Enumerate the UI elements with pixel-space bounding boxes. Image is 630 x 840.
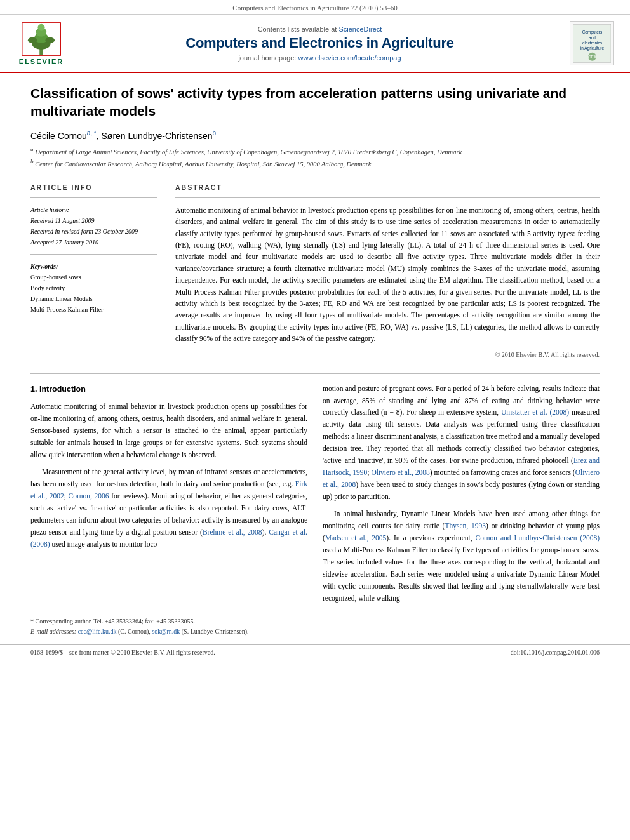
keywords-label: Keywords: (30, 263, 58, 270)
abstract-heading: ABSTRACT (175, 183, 600, 191)
elsevier-tree-icon (19, 22, 64, 57)
copyright-line: © 2010 Elsevier B.V. All rights reserved… (175, 351, 600, 358)
info-divider (30, 197, 158, 198)
article-right-col: motion and posture of pregnant cows. For… (323, 383, 600, 610)
keywords-divider (30, 254, 158, 255)
article-history: Article history: Received 11 August 2009… (30, 204, 158, 248)
brehme-link[interactable]: Brehme et al., 2008 (203, 528, 262, 536)
cornou-lundbye-link[interactable]: Cornou and Lundbye-Christensen (2008) (476, 534, 600, 542)
main-divider (30, 373, 600, 374)
journal-header: ELSEVIER Contents lists available at Sci… (0, 15, 630, 73)
issn-text: 0168-1699/$ – see front matter © 2010 El… (30, 649, 215, 656)
article-info-col: ARTICLE INFO Article history: Received 1… (30, 183, 158, 358)
history-heading: Article history: (30, 204, 158, 215)
intro-section-title: 1. Introduction (30, 383, 307, 396)
email2-link[interactable]: sok@rn.dk (152, 628, 180, 635)
journal-logo-svg: Computers and electronics in Agriculture… (573, 23, 611, 64)
thysen-link[interactable]: Thysen, 1993 (445, 522, 486, 530)
intro-para2: Measurement of the general activity leve… (30, 466, 307, 550)
affiliations: a Department of Large Animal Sciences, F… (30, 145, 600, 169)
article-info-heading: ARTICLE INFO (30, 183, 158, 191)
svg-text:in Agriculture: in Agriculture (580, 46, 605, 51)
header-divider (30, 177, 600, 177)
author2-sup: b (213, 130, 217, 137)
svg-point-6 (45, 37, 55, 43)
authors-line: Cécile Cornoua, *, Søren Lundbye-Christe… (30, 130, 600, 141)
svg-point-5 (28, 37, 37, 43)
journal-homepage-link[interactable]: www.elsevier.com/locate/compag (298, 54, 401, 62)
article-left-col: 1. Introduction Automatic monitoring of … (30, 383, 307, 610)
accepted-date: Accepted 27 January 2010 (30, 237, 158, 248)
cornou-link[interactable]: Cornou, 2006 (69, 492, 109, 500)
keyword4: Multi-Process Kalman Filter (30, 306, 103, 313)
email1-link[interactable]: cec@life.ku.dk (78, 628, 117, 635)
affil2-text: Center for Cardiovascular Research, Aalb… (35, 160, 371, 167)
article-info-abstract: ARTICLE INFO Article history: Received 1… (30, 183, 600, 358)
abstract-text: Automatic monitoring of animal behavior … (175, 204, 600, 345)
madsen-link[interactable]: Madsen et al., 2005 (325, 534, 387, 542)
author1-name: Cécile Cornou (30, 130, 87, 140)
received-date: Received 11 August 2009 (30, 215, 158, 226)
journal-logo-image: Computers and electronics in Agriculture… (570, 21, 614, 65)
affil1-text: Department of Large Animal Sciences, Fac… (35, 149, 462, 156)
keyword1: Group-housed sows (30, 274, 81, 281)
footer-section: 0168-1699/$ – see front matter © 2010 El… (0, 644, 630, 656)
svg-text:electronics: electronics (582, 40, 602, 44)
keyword3: Dynamic Linear Models (30, 295, 93, 302)
intro-para3: motion and posture of pregnant cows. For… (323, 383, 600, 503)
doi-text: doi:10.1016/j.compag.2010.01.006 (511, 649, 600, 656)
erez-link[interactable]: Erez and Hartsock, 1990 (323, 457, 600, 476)
right-logo-area: Computers and electronics in Agriculture… (570, 21, 617, 65)
revised-date: Received in revised form 23 October 2009 (30, 226, 158, 237)
keyword2: Body activity (30, 284, 65, 291)
journal-title: Computers and Electronics in Agriculture (77, 35, 562, 51)
abstract-col: ABSTRACT Automatic monitoring of animal … (175, 183, 600, 358)
footnotes-section: * Corresponding author. Tel. +45 3533336… (0, 610, 630, 639)
intro-para4: In animal husbandry, Dynamic Linear Mode… (323, 508, 600, 604)
author1-sup: a, * (87, 130, 97, 137)
elsevier-brand-text: ELSEVIER (19, 58, 64, 65)
affil1-sup: a (30, 146, 34, 152)
umstatter-link[interactable]: Umstätter et al. (2008) (501, 408, 569, 416)
article-title: Classification of sows' activity types f… (30, 84, 600, 121)
cangar-link[interactable]: Cangar et al. (2008) (30, 528, 307, 548)
article-body: Classification of sows' activity types f… (0, 73, 630, 371)
abstract-divider (175, 197, 600, 198)
affil2-sup: b (30, 158, 34, 164)
oliviero1-link[interactable]: Oliviero et al., 2008 (371, 469, 429, 476)
svg-text:Computers: Computers (582, 30, 603, 35)
journal-homepage: journal homepage: www.elsevier.com/locat… (77, 54, 562, 62)
svg-point-4 (38, 23, 45, 30)
top-bar: Computers and Electronics in Agriculture… (0, 0, 630, 15)
keywords-section: Keywords: Group-housed sows Body activit… (30, 261, 158, 315)
svg-text:and: and (589, 35, 596, 39)
journal-citation: Computers and Electronics in Agriculture… (232, 4, 397, 11)
corresponding-author-note: * Corresponding author. Tel. +45 3533336… (30, 617, 600, 627)
contents-available-line: Contents lists available at ScienceDirec… (77, 25, 562, 33)
elsevier-logo: ELSEVIER (13, 22, 70, 65)
intro-para1: Automatic monitoring of animal behavior … (30, 401, 307, 461)
article-main-body: 1. Introduction Automatic monitoring of … (0, 383, 630, 610)
svg-text:CEA: CEA (588, 55, 597, 59)
email-note: E-mail addresses: cec@life.ku.dk (C. Cor… (30, 627, 600, 637)
author2-name: , Søren Lundbye-Christensen (97, 130, 213, 140)
email-label: E-mail addresses: (30, 628, 76, 635)
sciencedirect-link[interactable]: ScienceDirect (338, 25, 382, 33)
journal-center-block: Contents lists available at ScienceDirec… (77, 25, 562, 62)
